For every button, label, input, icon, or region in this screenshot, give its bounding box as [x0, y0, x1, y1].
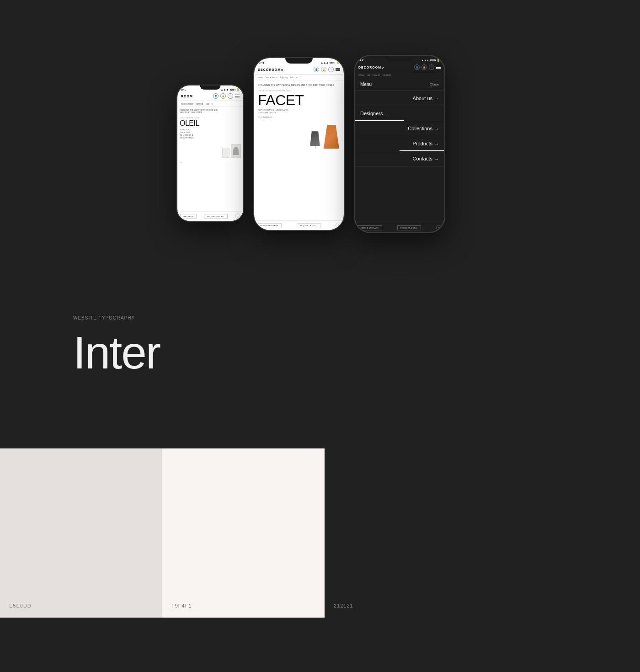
phone-2-screen: 9:41 ▲▲▲ WiFi 🔋 DECOROOM 👤 🔒 ♡	[254, 58, 344, 230]
lock-icon-1: 🔒	[220, 93, 226, 99]
phone-1-content: CHANGING THE WAY PEOPLE DESIGN ANDSHOP F…	[177, 107, 243, 166]
menu-item-about-us-label: About us	[413, 96, 432, 101]
typography-section-label: WEBSITE TYPOGRAPHY	[73, 315, 640, 320]
phone-2-notch	[285, 58, 313, 64]
heart-icon-2: ♡	[328, 67, 334, 72]
phone-2-wrapper: 9:41 ▲▲▲ WiFi 🔋 DECOROOM 👤 🔒 ♡	[253, 57, 345, 231]
phone-2-product-images	[258, 123, 340, 150]
phone-2-send-message[interactable]: SEND A MESSAGE	[257, 223, 282, 228]
product-img-large	[231, 144, 241, 158]
phone-3-screen: 9:41 ▲▲▲ WiFi 🔋 DECOROOM 👤 🔒 ♡	[355, 56, 444, 232]
lock-icon-3: 🔒	[421, 64, 427, 70]
phone-1-logo: ROOM	[181, 95, 193, 98]
big-lamp-wrapper	[323, 125, 340, 149]
colors-section: E5E0DD F9F4F1 212121	[0, 448, 640, 618]
status-icons-2: ▲▲▲ WiFi 🔋	[320, 61, 339, 64]
big-lamp	[323, 125, 340, 149]
menu-title: Menu	[360, 82, 372, 87]
phone-3-nav-icons: 👤 🔒 ♡	[414, 64, 441, 70]
phone-1-nav: ROOM 👤 🔒 ♡	[177, 91, 243, 101]
phone-1-request-call[interactable]: REQUEST A CALL	[204, 214, 228, 219]
phone-2-get-inspired: GET INSPIRED →	[258, 116, 340, 118]
small-lamp-wrapper	[309, 131, 320, 149]
phone-2-request-call[interactable]: REQUEST A CALL	[297, 223, 320, 228]
phone-1-collection-desc: SLIMLINEOLEIL THEBE USED IN AOR SETTINGS…	[180, 128, 241, 139]
menu-item-designers[interactable]: Designers →	[355, 106, 444, 121]
phone-2: 9:41 ▲▲▲ WiFi 🔋 DECOROOM 👤 🔒 ♡	[253, 57, 345, 231]
person-icon-1: 👤	[213, 93, 219, 99]
heart-icon-1: ♡	[228, 93, 233, 99]
phone-3-wrapper: 9:41 ▲▲▲ WiFi 🔋 DECOROOM 👤 🔒 ♡	[354, 55, 445, 233]
phone-1-screen: 9:41 ▲▲▲ WiFi 🔋 ROOM 👤 🔒 ♡	[177, 85, 243, 221]
phone-1-nav-icons: 👤 🔒 ♡	[213, 93, 240, 99]
menu-item-collections[interactable]: Collections →	[355, 121, 444, 136]
status-icons-3: ▲▲▲ WiFi 🔋	[421, 59, 440, 62]
status-icons-1: ▲▲▲ WiFi 🔋	[221, 88, 240, 91]
menu-items-list: About us → Designers → Collections	[355, 91, 444, 166]
phone-3-request-call[interactable]: REQUEST A CALL	[397, 225, 421, 230]
phone-3-notch	[386, 56, 413, 61]
menu-item-about-us[interactable]: About us →	[355, 91, 444, 106]
menu-item-collections-arrow: →	[434, 126, 439, 131]
phone-1-collection-label: DECORROOM.DATE	[180, 117, 241, 119]
menu-item-products[interactable]: Products →	[355, 136, 444, 151]
color-swatch-1: E5E0DD	[0, 448, 162, 618]
typography-section: WEBSITE TYPOGRAPHY Inter	[0, 279, 640, 412]
status-time-2: 9:41	[259, 61, 264, 64]
status-time-3: 9:41	[359, 59, 365, 62]
color-code-3: 212121	[334, 603, 353, 608]
typography-font-name: Inter	[73, 330, 640, 375]
product-img-small	[222, 148, 229, 158]
small-lamp	[309, 131, 320, 146]
menu-item-contacts-arrow: →	[434, 156, 439, 161]
phone-1-arrow: →	[180, 161, 241, 164]
person-icon-2: 👤	[314, 67, 319, 72]
hamburger-icon-2[interactable]	[336, 68, 340, 71]
hamburger-icon-3[interactable]	[436, 66, 441, 69]
color-code-1: E5E0DD	[9, 603, 32, 608]
menu-item-contacts-label: Contacts	[413, 156, 432, 161]
phone-1-notch	[200, 85, 221, 90]
menu-item-designers-arrow: →	[385, 111, 389, 116]
phone-1-share-icon[interactable]: ⇪	[235, 213, 240, 219]
person-icon-3: 👤	[414, 64, 420, 70]
color-swatch-3: 212121	[325, 448, 640, 618]
status-time-1: 9:41	[181, 88, 186, 91]
phone-1: 9:41 ▲▲▲ WiFi 🔋 ROOM 👤 🔒 ♡	[176, 85, 244, 222]
menu-item-designers-label: Designers	[360, 111, 383, 116]
phone-2-subnav: main home decor lighting tab ≡	[254, 75, 344, 80]
menu-item-products-arrow: →	[434, 141, 439, 146]
phone-2-nav: DECOROOM 👤 🔒 ♡	[254, 65, 344, 75]
menu-item-contacts[interactable]: Contacts →	[355, 151, 444, 166]
color-code-2: F9F4F1	[171, 603, 192, 608]
phone-2-logo: DECOROOM	[258, 68, 283, 71]
lock-icon-2: 🔒	[321, 67, 326, 72]
hamburger-icon-1[interactable]	[235, 95, 240, 97]
phones-section: 9:41 ▲▲▲ WiFi 🔋 ROOM 👤 🔒 ♡	[0, 0, 640, 279]
phone-3-nav: DECOROOM 👤 🔒 ♡	[355, 63, 444, 72]
phone-2-share-icon[interactable]: ⇪	[336, 223, 341, 228]
phone-3-logo: DECOROOM	[358, 66, 384, 69]
phone-1-wrapper: 9:41 ▲▲▲ WiFi 🔋 ROOM 👤 🔒 ♡	[176, 66, 244, 222]
phone-2-bottom-bar: SEND A MESSAGE REQUEST A CALL ⇪	[254, 220, 344, 230]
heart-icon-3: ♡	[429, 64, 434, 70]
phone-3: 9:41 ▲▲▲ WiFi 🔋 DECOROOM 👤 🔒 ♡	[354, 55, 445, 233]
menu-item-products-label: Products	[413, 141, 432, 146]
phone-1-tagline: CHANGING THE WAY PEOPLE DESIGN ANDSHOP F…	[180, 109, 241, 114]
phone-3-menu-screen: 9:41 ▲▲▲ WiFi 🔋 DECOROOM 👤 🔒 ♡	[355, 56, 444, 232]
phone-2-tagline: CHANGING THE WAY PEOPLE DESIGN AND SHOP …	[258, 84, 340, 87]
phone-3-subnav: sware art new! in contacts	[355, 72, 444, 78]
phone-1-collection-title: OLEIL	[180, 120, 241, 127]
menu-item-about-us-arrow: →	[434, 96, 439, 101]
menu-header: Menu Close	[355, 78, 444, 91]
menu-item-collections-label: Collections	[408, 126, 432, 131]
phone-1-bottom-bar: MESSAGE REQUEST A CALL ⇪	[177, 211, 243, 221]
menu-close-button[interactable]: Close	[430, 82, 439, 86]
phone-1-send-message[interactable]: MESSAGE	[180, 214, 197, 219]
phone-3-send-message[interactable]: SEND A MESSAGE	[357, 225, 382, 230]
phone-2-nav-icons: 👤 🔒 ♡	[314, 67, 340, 72]
phone-1-product-images	[180, 142, 241, 160]
phone-2-collection-desc: SOPHISTICATED INDOOR ANDOUTDOOR DECOR	[258, 109, 340, 114]
color-swatch-2: F9F4F1	[162, 448, 325, 618]
phone-3-share-icon[interactable]: ⇪	[436, 225, 442, 230]
